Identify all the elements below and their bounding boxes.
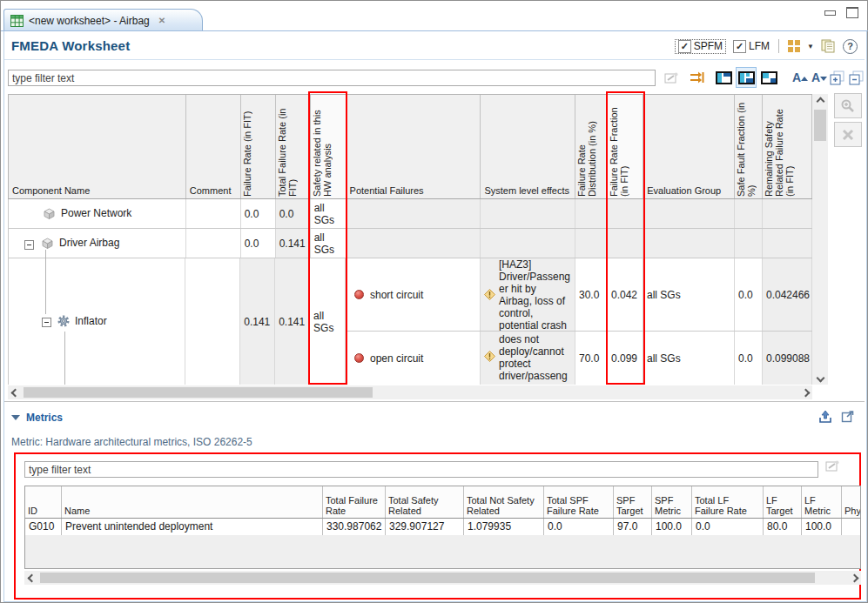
scroll-left-button[interactable] [24,571,38,585]
metric-name-cell[interactable]: Prevent unintended deployment [62,519,323,536]
metrics-col-header[interactable]: LF Target [764,486,802,518]
col-header-total-failure-rate[interactable]: Total Failure Rate (in FIT) [276,95,311,198]
decrease-font-icon[interactable]: A [805,67,826,88]
safety-related-cell[interactable]: all SGs [311,229,347,258]
expand-all-icon[interactable] [826,67,847,88]
section-collapse-icon[interactable] [11,415,20,420]
editor-tab[interactable]: <new worksheet> - Airbag ✕ [3,9,203,31]
col-header-remaining-failure-rate[interactable]: Remaining Safety Related Failure Rate (i… [763,95,812,198]
view-menu-caret-icon[interactable]: ▼ [807,43,814,50]
metric-cell[interactable]: 330.987062 [323,519,386,536]
distribution-cell[interactable]: 70.0 [575,332,608,385]
metrics-col-header[interactable]: Phy [842,486,860,518]
failure-mode-row[interactable]: open circuit does not deploy/cannot prot… [346,332,812,385]
metrics-section-header[interactable]: Metrics [11,412,63,424]
metrics-filter-input[interactable] [24,461,818,478]
metric-cell[interactable]: 0.0 [544,519,614,536]
metric-cell[interactable]: 329.907127 [386,519,464,536]
increase-font-icon[interactable]: A [786,67,807,88]
collapse-all-icon[interactable] [845,67,866,88]
col-header-safety-related[interactable]: Safety related in this HW analysis [311,95,347,198]
metrics-horizontal-scrollbar[interactable] [24,571,861,585]
metric-cell[interactable]: 0.0 [692,519,764,536]
table-row[interactable]: Inflator 0.141 0.141 all SGs short circu… [9,258,812,385]
lfm-checkbox-group[interactable]: ✓ LFM [733,40,770,53]
system-effects-cell[interactable]: does not deploy/cannot protect driver/pa… [481,332,575,385]
zoom-disabled-button[interactable] [834,93,862,118]
comment-cell[interactable] [186,229,241,258]
component-name[interactable]: Driver Airbag [59,237,119,249]
copy-icon[interactable] [821,39,836,53]
evaluation-group-cell[interactable]: all SGs [643,332,735,385]
table-row[interactable]: Driver Airbag 0.0 0.141 all SGs [9,229,812,258]
component-cell[interactable]: Driver Airbag [9,229,186,258]
safety-related-cell[interactable]: all SGs [310,258,346,385]
col-header-system-level-effects[interactable]: System level effects [481,95,575,198]
maximize-button[interactable] [846,7,858,18]
table-row[interactable]: Power Network 0.0 0.0 all SGs [9,199,812,229]
metric-cell[interactable]: 1.079935 [464,519,544,536]
metrics-col-header[interactable]: Total Not Safety Related [464,486,544,518]
tab-close-icon[interactable]: ✕ [158,16,165,25]
col-header-safe-fault-fraction[interactable]: Safe Fault Fraction (in %) [735,95,763,198]
column-chooser-icon[interactable] [687,67,708,88]
collapse-expander-icon[interactable] [24,240,34,250]
potential-failure-cell[interactable]: short circuit [346,258,481,331]
metric-cell[interactable]: 80.0 [764,519,802,536]
metrics-col-header[interactable]: Total LF Failure Rate [692,486,764,518]
scroll-right-button[interactable] [847,571,861,585]
horizontal-scroll-thumb[interactable] [24,387,373,398]
metrics-col-header[interactable]: Total Safety Related [386,486,464,518]
link-with-editor-icon[interactable] [825,459,840,472]
vertical-scrollbar[interactable] [812,94,828,385]
horizontal-scrollbar[interactable] [8,385,812,399]
metric-id-cell[interactable]: G010 [25,519,62,536]
safety-related-cell[interactable]: all SGs [311,199,347,228]
metric-cell[interactable] [842,519,860,536]
fraction-cell[interactable]: 0.042 [608,258,643,331]
spfm-checkbox[interactable]: ✓ [678,40,691,53]
metrics-table-row[interactable]: G010 Prevent unintended deployment 330.9… [25,519,860,537]
col-header-failure-rate-distribution[interactable]: Failure Rate Distribution (in %) [575,95,608,198]
potential-failure-cell[interactable]: open circuit [346,332,481,385]
metrics-col-header[interactable]: LF Metric [802,486,842,518]
open-in-new-window-icon[interactable] [841,410,854,423]
failure-rate-cell[interactable]: 0.0 [241,199,276,228]
metrics-col-header[interactable]: Name [62,486,323,518]
failure-mode-row[interactable]: short circuit [HAZ3] Driver/Passenger hi… [346,258,812,332]
system-effects-cell[interactable]: [HAZ3] Driver/Passenger hit by Airbag, l… [481,258,575,331]
export-metrics-icon[interactable] [818,410,832,424]
evaluation-group-cell[interactable]: all SGs [643,258,735,331]
table-layout-1-icon[interactable] [713,67,734,88]
comment-cell[interactable] [185,258,240,385]
scroll-left-button[interactable] [8,385,22,399]
scroll-down-button[interactable] [812,371,828,385]
component-name[interactable]: Power Network [61,207,131,219]
delete-disabled-button[interactable] [834,122,862,147]
metrics-col-header[interactable]: SPF Target [614,486,652,518]
total-failure-rate-cell[interactable]: 0.141 [275,258,310,385]
metrics-col-header[interactable]: Total SPF Failure Rate [544,486,614,518]
table-layout-3-icon[interactable] [758,67,779,88]
collapse-expander-icon[interactable] [42,318,51,327]
col-header-component-name[interactable]: Component Name [9,95,186,198]
remaining-rate-cell[interactable]: 0.042466 [763,258,812,331]
failure-rate-cell[interactable]: 0.0 [241,229,276,258]
failure-rate-cell[interactable]: 0.141 [240,258,275,385]
worksheet-filter-input[interactable] [8,70,656,86]
component-cell[interactable]: Power Network [9,199,186,228]
scroll-right-button[interactable] [798,385,812,399]
link-with-editor-icon[interactable] [661,67,682,88]
metrics-col-header[interactable]: Total Failure Rate [323,486,386,518]
comment-cell[interactable] [186,199,241,228]
component-cell[interactable]: Inflator [9,258,185,385]
help-icon[interactable]: ? [843,39,858,54]
col-header-evaluation-group[interactable]: Evaluation Group [643,95,735,198]
fraction-cell[interactable]: 0.099 [608,332,643,385]
col-header-failure-rate[interactable]: Failure Rate (in FIT) [241,95,276,198]
safe-fault-fraction-cell[interactable]: 0.0 [735,258,763,331]
table-layout-2-icon[interactable] [736,67,757,88]
section-sash[interactable] [4,401,865,402]
metrics-col-header[interactable]: SPF Metric [652,486,692,518]
spfm-checkbox-group[interactable]: ✓ SPFM [675,39,726,54]
